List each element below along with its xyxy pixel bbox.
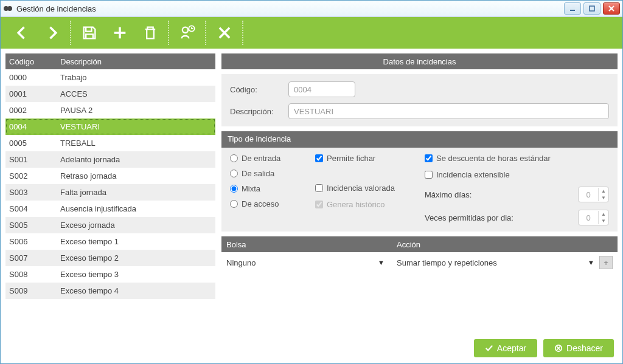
close-button[interactable] [603, 2, 620, 15]
table-row[interactable]: S004Ausencia injustificada [5, 201, 215, 217]
chevron-down-icon[interactable]: ▼ [588, 259, 594, 266]
table-row[interactable]: 0000Trabajo [5, 69, 215, 86]
cell-code: 0005 [5, 139, 57, 148]
cell-desc: Exceso tiempo 4 [57, 286, 215, 295]
table-row[interactable]: S001Adelanto jornada [5, 151, 215, 168]
cell-desc: ACCES [57, 89, 215, 98]
cell-desc: Adelanto jornada [57, 155, 215, 164]
list-body[interactable]: 0000Trabajo0001ACCES0002PAUSA 20004VESTU… [5, 69, 215, 359]
detail-title: Datos de incidencias [221, 53, 618, 69]
table-row[interactable]: 0004VESTUARI [5, 118, 215, 135]
spinner-max-dias[interactable]: ▲▼ [578, 187, 609, 202]
table-row[interactable]: S008Exceso tiempo 3 [5, 266, 215, 283]
table-row[interactable]: 0001ACCES [5, 86, 215, 102]
bolsa-value[interactable]: Ninguno [226, 258, 256, 267]
cell-desc: Falta jornada [57, 188, 215, 197]
bolsa-section: Bolsa Acción Ninguno ▼ Sumar tiempo y re… [221, 236, 618, 306]
cell-desc: TREBALL [57, 139, 215, 148]
table-row[interactable]: S002Retraso jornada [5, 168, 215, 184]
form: Código: Descripción: [221, 74, 618, 126]
cell-desc: Exceso jornada [57, 221, 215, 230]
cell-code: 0001 [5, 89, 57, 98]
cell-code: 0004 [5, 122, 57, 131]
bolsa-row: Ninguno ▼ Sumar tiempo y repeticiones ▼ … [221, 252, 618, 306]
add-row-button[interactable]: + [599, 256, 613, 269]
list-header: Código Descripción [5, 53, 215, 69]
tipo-section: Tipo de incidencia De entrada De salida … [221, 131, 618, 232]
radio-salida[interactable]: De salida [230, 169, 315, 178]
svg-point-4 [183, 27, 188, 33]
chevron-down-icon[interactable]: ▼ [378, 259, 385, 266]
cell-code: S006 [5, 237, 57, 246]
table-row[interactable]: 0002PAUSA 2 [5, 102, 215, 118]
cell-code: S007 [5, 253, 57, 263]
next-button[interactable] [37, 17, 68, 49]
app-icon [3, 4, 13, 13]
maximize-button[interactable] [583, 2, 600, 15]
undo-button[interactable]: Deshacer [543, 339, 614, 357]
bolsa-header: Bolsa Acción [221, 236, 618, 252]
radio-acceso[interactable]: De acceso [230, 199, 315, 208]
cell-desc: Exceso tiempo 3 [57, 270, 215, 279]
table-row[interactable]: S009Exceso tiempo 4 [5, 283, 215, 299]
col-bolsa: Bolsa [221, 240, 397, 249]
cancel-button[interactable] [209, 17, 240, 49]
cell-code: S009 [5, 286, 57, 295]
cell-code: 0000 [5, 73, 57, 82]
minimize-button[interactable] [564, 2, 581, 15]
delete-button[interactable] [135, 17, 165, 49]
label-code: Código: [230, 85, 282, 94]
radio-entrada[interactable]: De entrada [230, 154, 315, 163]
cell-code: S002 [5, 171, 57, 180]
table-row[interactable]: S007Exceso tiempo 2 [5, 250, 215, 266]
cell-code: 0002 [5, 106, 57, 115]
titlebar: Gestión de incidencias [1, 1, 622, 17]
up-arrow-icon[interactable]: ▲ [599, 211, 608, 218]
radio-mixta[interactable]: Mixta [230, 184, 315, 193]
cell-desc: Exceso tiempo 2 [57, 253, 215, 263]
cell-desc: VESTUARI [57, 122, 215, 131]
input-code[interactable] [288, 81, 355, 97]
window: Gestión de incidencias Código Descripció… [0, 0, 623, 364]
up-arrow-icon[interactable]: ▲ [599, 188, 608, 194]
svg-rect-3 [590, 6, 594, 11]
table-row[interactable]: 0005TREBALL [5, 135, 215, 151]
cell-code: S004 [5, 204, 57, 213]
label-max-dias: Máximo días: [425, 190, 472, 199]
save-button[interactable] [74, 17, 105, 49]
accept-button[interactable]: Aceptar [474, 339, 537, 357]
svg-rect-2 [570, 10, 575, 11]
col-accion: Acción [397, 240, 618, 249]
accion-value[interactable]: Sumar tiempo y repeticiones [397, 258, 497, 267]
down-arrow-icon[interactable]: ▼ [599, 218, 608, 224]
label-desc: Descripción: [230, 107, 282, 116]
cell-code: S008 [5, 270, 57, 279]
list-panel: Código Descripción 0000Trabajo0001ACCES0… [5, 53, 215, 359]
down-arrow-icon[interactable]: ▼ [599, 194, 608, 201]
cell-desc: Retraso jornada [57, 171, 215, 180]
col-header-code[interactable]: Código [5, 57, 57, 66]
cell-code: S003 [5, 188, 57, 197]
cell-code: S005 [5, 221, 57, 230]
col-header-desc[interactable]: Descripción [57, 57, 215, 66]
toolbar [1, 17, 622, 49]
window-buttons [564, 2, 620, 15]
input-desc[interactable] [288, 103, 609, 119]
cell-desc: Exceso tiempo 1 [57, 237, 215, 246]
label-veces: Veces permitidas por dia: [425, 213, 513, 222]
tipo-title: Tipo de incidencia [221, 131, 301, 148]
table-row[interactable]: S006Exceso tiempo 1 [5, 233, 215, 250]
cell-desc: Trabajo [57, 73, 215, 82]
prev-button[interactable] [7, 17, 37, 49]
window-title: Gestión de incidencias [16, 4, 564, 13]
table-row[interactable]: S005Exceso jornada [5, 217, 215, 233]
chk-permite-fichar[interactable]: Permite fichar [315, 154, 425, 163]
chk-se-descuenta[interactable]: Se descuenta de horas estándar [425, 154, 609, 163]
table-row[interactable]: S003Falta jornada [5, 184, 215, 201]
chk-extensible[interactable]: Incidencia extensible [425, 170, 609, 179]
svg-point-1 [7, 6, 12, 11]
history-button[interactable] [172, 17, 203, 49]
chk-incidencia-valorada[interactable]: Incidencia valorada [315, 184, 425, 193]
add-button[interactable] [105, 17, 135, 49]
spinner-veces[interactable]: ▲▼ [578, 210, 609, 225]
